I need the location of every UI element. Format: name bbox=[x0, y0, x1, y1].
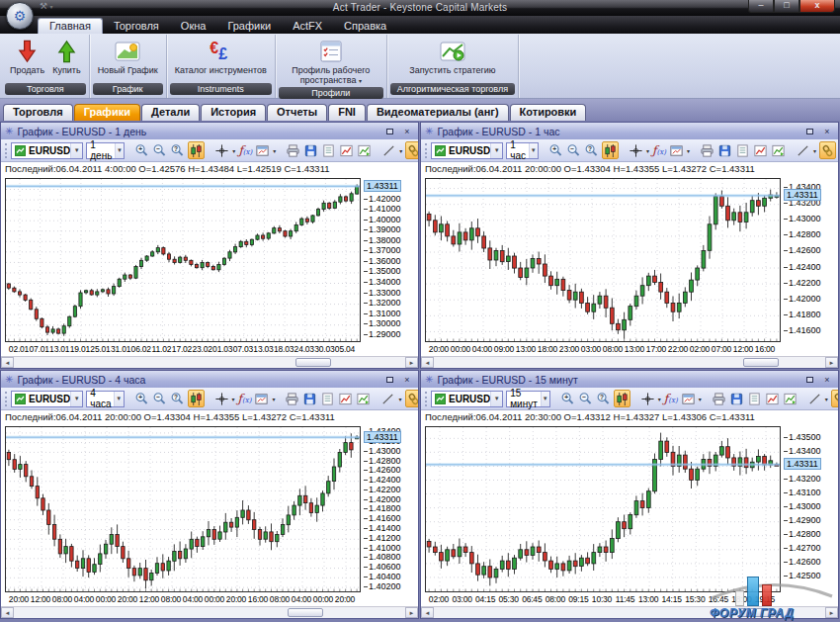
zoom-default-icon[interactable]: ? bbox=[170, 141, 185, 159]
save-icon[interactable] bbox=[303, 141, 318, 159]
line-tool-icon[interactable] bbox=[380, 390, 395, 407]
candlestick-plot[interactable] bbox=[5, 178, 361, 342]
chart-style-candlestick-icon[interactable] bbox=[188, 141, 205, 159]
open-chart-icon[interactable] bbox=[339, 141, 354, 159]
chart-horizontal-scrollbar[interactable]: ◄► bbox=[1, 356, 418, 368]
zoom-out-icon[interactable]: − bbox=[152, 390, 167, 407]
document-tab[interactable]: Отчеты bbox=[267, 104, 327, 121]
chevron-down-icon[interactable]: ▾ bbox=[232, 390, 235, 407]
crosshair-icon[interactable] bbox=[640, 390, 655, 407]
app-menu-button[interactable]: ⚙ bbox=[6, 2, 34, 30]
scroll-thumb[interactable] bbox=[743, 358, 779, 367]
scroll-thumb[interactable] bbox=[288, 608, 323, 617]
chart-panel-icon[interactable] bbox=[254, 390, 269, 407]
report-icon[interactable] bbox=[735, 141, 750, 159]
document-tab[interactable]: Котировки bbox=[510, 104, 587, 121]
crosshair-icon[interactable] bbox=[214, 390, 229, 407]
document-tab[interactable]: Видеоматериалы (анг) bbox=[367, 104, 509, 121]
print-icon[interactable] bbox=[712, 390, 726, 407]
report-icon[interactable] bbox=[320, 390, 335, 407]
link-charts-icon[interactable] bbox=[819, 141, 836, 159]
crosshair-icon[interactable] bbox=[214, 141, 229, 159]
ribbon-button[interactable]: Профиль рабочего пространства ▾ bbox=[281, 37, 381, 86]
chart-close-button[interactable]: × bbox=[400, 126, 414, 137]
instrument-select[interactable]: EURUSD▼ bbox=[431, 391, 503, 407]
chart-panel-icon[interactable] bbox=[681, 390, 696, 407]
instrument-select[interactable]: EURUSD▼ bbox=[11, 391, 83, 407]
menu-tab-6[interactable]: Справка bbox=[333, 18, 397, 34]
chevron-down-icon[interactable]: ▾ bbox=[658, 390, 661, 407]
chart-horizontal-scrollbar[interactable]: ◄► bbox=[421, 606, 838, 618]
chevron-down-icon[interactable]: ▾ bbox=[825, 390, 828, 407]
zoom-out-icon[interactable]: − bbox=[152, 141, 167, 159]
chart-close-button[interactable]: × bbox=[820, 126, 834, 137]
zoom-in-icon[interactable]: + bbox=[134, 141, 149, 159]
scroll-right-arrow-icon[interactable]: ► bbox=[825, 607, 838, 618]
scroll-track[interactable] bbox=[434, 607, 825, 618]
scroll-track[interactable] bbox=[14, 357, 405, 368]
link-charts-icon[interactable] bbox=[405, 141, 419, 159]
save-icon[interactable] bbox=[302, 390, 317, 407]
maximize-button[interactable]: □ bbox=[774, 0, 799, 13]
menu-tab-2[interactable]: Торговля bbox=[103, 18, 170, 34]
chart-panel-icon[interactable] bbox=[669, 141, 684, 159]
scroll-track[interactable] bbox=[14, 607, 405, 618]
period-select[interactable]: 1 час▼ bbox=[506, 142, 539, 159]
chevron-down-icon[interactable]: ▾ bbox=[272, 390, 275, 407]
indicators-fx-icon[interactable]: ƒ(x) bbox=[652, 141, 666, 159]
ribbon-button[interactable]: Новый График bbox=[95, 37, 161, 76]
document-tab[interactable]: Графики bbox=[74, 104, 140, 121]
menu-tab-5[interactable]: ActFX bbox=[282, 18, 333, 34]
chevron-down-icon[interactable]: ▾ bbox=[273, 141, 276, 159]
zoom-default-icon[interactable]: ? bbox=[584, 141, 599, 159]
scroll-right-arrow-icon[interactable]: ► bbox=[405, 357, 418, 368]
indicators-fx-icon[interactable]: ƒ(x) bbox=[664, 390, 678, 407]
candlestick-plot[interactable] bbox=[5, 426, 361, 592]
minimize-button[interactable]: – bbox=[748, 0, 774, 13]
save-icon[interactable] bbox=[729, 390, 744, 407]
chevron-down-icon[interactable]: ▾ bbox=[398, 390, 401, 407]
crosshair-icon[interactable] bbox=[629, 141, 643, 159]
chart-panel-icon[interactable] bbox=[255, 141, 270, 159]
close-button[interactable]: x bbox=[799, 0, 835, 13]
period-select[interactable]: 15 минут▼ bbox=[506, 391, 550, 407]
chevron-down-icon[interactable]: ▾ bbox=[399, 141, 402, 159]
ribbon-button[interactable]: €£Каталог инструментов bbox=[172, 37, 270, 76]
ribbon-button[interactable]: Запустить стратегию bbox=[406, 37, 498, 76]
chevron-down-icon[interactable]: ▾ bbox=[699, 390, 702, 407]
chart-style-candlestick-icon[interactable] bbox=[188, 390, 205, 407]
zoom-in-icon[interactable]: + bbox=[560, 390, 575, 407]
print-icon[interactable] bbox=[285, 390, 299, 407]
chart-horizontal-scrollbar[interactable]: ◄► bbox=[421, 356, 838, 368]
zoom-out-icon[interactable]: − bbox=[566, 141, 581, 159]
chart-close-button[interactable]: × bbox=[400, 374, 414, 386]
chart-close-button[interactable]: × bbox=[820, 374, 834, 386]
scroll-thumb[interactable] bbox=[739, 608, 775, 617]
instrument-select[interactable]: EURUSD▼ bbox=[431, 142, 503, 159]
strategy-chart-icon[interactable] bbox=[356, 390, 371, 407]
chart-restore-button[interactable] bbox=[802, 374, 816, 386]
ribbon-button[interactable]: Продать bbox=[7, 37, 47, 76]
scroll-left-arrow-icon[interactable]: ◄ bbox=[1, 357, 14, 368]
chart-restore-button[interactable] bbox=[802, 126, 816, 137]
report-icon[interactable] bbox=[747, 390, 762, 407]
line-tool-icon[interactable] bbox=[807, 390, 822, 407]
document-tab[interactable]: Детали bbox=[141, 104, 200, 121]
menu-tab-4[interactable]: Графики bbox=[216, 18, 282, 34]
chart-restore-button[interactable] bbox=[382, 126, 396, 137]
ribbon-button[interactable]: Купить bbox=[49, 37, 83, 76]
strategy-chart-icon[interactable] bbox=[357, 141, 372, 159]
document-tab[interactable]: FNI bbox=[328, 104, 366, 121]
candlestick-plot[interactable] bbox=[425, 426, 781, 592]
report-icon[interactable] bbox=[321, 141, 336, 159]
scroll-left-arrow-icon[interactable]: ◄ bbox=[1, 607, 14, 618]
open-chart-icon[interactable] bbox=[338, 390, 353, 407]
document-tab[interactable]: История bbox=[201, 104, 266, 121]
candlestick-plot[interactable] bbox=[425, 178, 781, 342]
open-chart-icon[interactable] bbox=[765, 390, 780, 407]
line-tool-icon[interactable] bbox=[381, 141, 396, 159]
menu-tab-1[interactable]: Главная bbox=[38, 18, 103, 34]
save-icon[interactable] bbox=[717, 141, 732, 159]
chart-restore-button[interactable] bbox=[382, 374, 396, 386]
chevron-down-icon[interactable]: ▾ bbox=[646, 141, 649, 159]
